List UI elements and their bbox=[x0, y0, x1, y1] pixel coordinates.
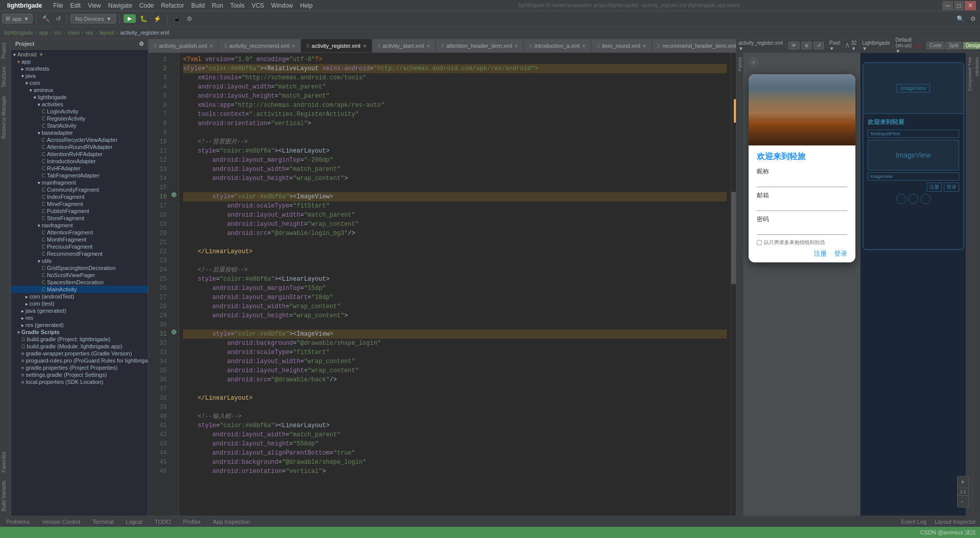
tree-app[interactable]: ▾ app bbox=[11, 58, 148, 65]
breadcrumb-lightbrigade[interactable]: lightbrigade bbox=[4, 29, 33, 36]
tab-introduction[interactable]: X introduction_a.xml ✕ bbox=[524, 39, 591, 52]
tab-attention[interactable]: X attention_header_item.xml ✕ bbox=[436, 39, 524, 52]
bottom-layout-inspector[interactable]: Layout Inspector bbox=[935, 519, 976, 525]
breadcrumb-app[interactable]: app bbox=[39, 29, 48, 36]
debug-btn[interactable]: 🐛 bbox=[138, 14, 150, 23]
breadcrumb-main[interactable]: main bbox=[68, 29, 80, 36]
tree-java[interactable]: ▾ java bbox=[11, 72, 148, 79]
preview-cursor-btn[interactable]: ⊕ bbox=[801, 42, 812, 49]
project-selector[interactable]: ⊞ app ▼ bbox=[2, 14, 33, 23]
tree-login-activity[interactable]: C LoginActivity bbox=[11, 108, 148, 115]
tree-community[interactable]: C CommunityFragment bbox=[11, 186, 148, 193]
menu-tools[interactable]: Tools bbox=[227, 1, 248, 10]
close-tab-recommend[interactable]: ✕ bbox=[291, 43, 295, 49]
maximize-btn[interactable]: □ bbox=[954, 1, 964, 10]
code-content[interactable]: <?xml version="1.0" encoding="utf-8"?>st… bbox=[179, 53, 731, 516]
phone-nickname-input[interactable] bbox=[757, 177, 847, 187]
tree-utils[interactable]: ▾ utils bbox=[11, 257, 148, 264]
tree-gradle-properties[interactable]: ≡ gradle.properties (Project Properties) bbox=[11, 364, 148, 371]
tree-index[interactable]: C IndexFragment bbox=[11, 193, 148, 200]
tree-res[interactable]: ▸ res bbox=[11, 314, 148, 321]
phone-password-input[interactable] bbox=[757, 225, 847, 235]
resource-manager-tab[interactable]: Resource Manager bbox=[0, 92, 11, 143]
tree-java-generated[interactable]: ▸ java (generated) bbox=[11, 307, 148, 314]
bottom-logcat[interactable]: Logcat bbox=[124, 519, 144, 525]
menu-help[interactable]: Help bbox=[297, 1, 316, 10]
avd-btn[interactable]: 📱 bbox=[171, 14, 183, 23]
tree-publish[interactable]: C PublishFragment bbox=[11, 207, 148, 215]
sdk-btn[interactable]: ⚙ bbox=[185, 14, 194, 23]
breadcrumb-file[interactable]: activity_register.xml bbox=[120, 29, 169, 36]
component-tree-label[interactable]: Component Tree bbox=[966, 53, 973, 95]
preview-refresh-btn[interactable]: ↺ bbox=[814, 42, 824, 49]
tree-tab-fragment-adapter[interactable]: C TabFragmentAdapter bbox=[11, 172, 148, 179]
tree-build-gradle-project[interactable]: G build.gradle (Project: lightbrigade) bbox=[11, 336, 148, 343]
tree-register-activity[interactable]: C RegisterActivity bbox=[11, 115, 148, 122]
tree-store[interactable]: C StoreFragment bbox=[11, 215, 148, 222]
tree-precious-fragment[interactable]: C PreciousFragment bbox=[11, 243, 148, 250]
menu-window[interactable]: Window bbox=[268, 1, 296, 10]
tree-noscroll[interactable]: C NoScrollViewPager bbox=[11, 272, 148, 279]
bottom-version-control[interactable]: Version Control bbox=[40, 519, 82, 525]
error-icon[interactable]: ⚠ bbox=[916, 43, 920, 48]
tree-com[interactable]: ▾ com bbox=[11, 79, 148, 86]
preview-eye-btn[interactable]: 👁 bbox=[788, 42, 799, 49]
tree-com-test[interactable]: ▸ com (test) bbox=[11, 300, 148, 307]
run-btn[interactable]: ▶ bbox=[124, 14, 136, 23]
tree-grid-spacing[interactable]: C GridSpacingItemDecoration bbox=[11, 264, 148, 272]
phone-email-input[interactable] bbox=[757, 201, 847, 211]
tree-gradle-wrapper[interactable]: ≡ gradle-wrapper.properties (Gradle Vers… bbox=[11, 350, 148, 357]
tab-register[interactable]: X activity_register.xml ✕ bbox=[301, 39, 372, 52]
build-btn[interactable]: 🔨 bbox=[40, 14, 52, 23]
close-tab-intro[interactable]: ✕ bbox=[582, 43, 586, 49]
tab-recommend-header[interactable]: X recommend_header_item.xml ✕ bbox=[652, 39, 736, 52]
tree-across-adapter[interactable]: C AcrossRecyclerViewAdapter bbox=[11, 136, 148, 143]
breadcrumb-layout[interactable]: layout bbox=[99, 29, 114, 36]
tree-android[interactable]: ▾ Android ▼ bbox=[11, 51, 148, 58]
tree-baseadapter[interactable]: ▾ baseadapter bbox=[11, 129, 148, 136]
settings-btn[interactable]: ⚙ bbox=[968, 14, 978, 23]
close-btn[interactable]: ✕ bbox=[965, 1, 976, 10]
bottom-problems[interactable]: Problems bbox=[4, 519, 32, 525]
menu-run[interactable]: Run bbox=[209, 1, 226, 10]
phone-register-btn[interactable]: 注册 bbox=[814, 250, 827, 257]
checkbox-icon[interactable] bbox=[757, 240, 762, 245]
tree-spaces[interactable]: C SpacesItemDecoration bbox=[11, 279, 148, 286]
close-tab-start[interactable]: ✕ bbox=[426, 43, 430, 49]
minimize-btn[interactable]: ─ bbox=[942, 1, 953, 10]
menu-edit[interactable]: Edit bbox=[67, 1, 84, 10]
bottom-terminal[interactable]: Terminal bbox=[91, 519, 116, 525]
close-tab-register[interactable]: ✕ bbox=[363, 43, 367, 49]
tree-gradle-scripts[interactable]: ▾ Gradle Scripts bbox=[11, 328, 148, 336]
close-tab-attention[interactable]: ✕ bbox=[514, 43, 518, 49]
attributes-label[interactable]: Attributes bbox=[973, 53, 981, 80]
close-tab-item[interactable]: ✕ bbox=[642, 43, 646, 49]
tree-attention-round[interactable]: C AttentionRoundRVAdapter bbox=[11, 143, 148, 151]
project-panel-gear-icon[interactable]: ⚙ bbox=[139, 41, 144, 47]
bottom-todo[interactable]: TODO bbox=[153, 519, 173, 525]
phone-login-btn[interactable]: 登录 bbox=[834, 250, 847, 257]
tree-settings-gradle[interactable]: ≡ settings.gradle (Project Settings) bbox=[11, 371, 148, 378]
close-tab-publish[interactable]: ✕ bbox=[209, 43, 213, 49]
tree-build-gradle-module[interactable]: G build.gradle (Module: lightbrigade.app… bbox=[11, 343, 148, 350]
menu-view[interactable]: View bbox=[85, 1, 104, 10]
project-tab[interactable]: Project bbox=[0, 39, 11, 63]
menu-file[interactable]: File bbox=[50, 1, 66, 10]
bottom-app-inspection[interactable]: App Inspection bbox=[211, 519, 252, 525]
scrollbar-thumb[interactable] bbox=[731, 192, 736, 284]
tab-start[interactable]: X activity_start.xml ✕ bbox=[372, 39, 436, 52]
split-view-btn[interactable]: Split bbox=[945, 42, 961, 49]
tree-res-generated[interactable]: ▸ res (generated) bbox=[11, 321, 148, 328]
bottom-event-log[interactable]: Event Log bbox=[901, 519, 927, 525]
tab-item-round[interactable]: X item_round.xml ✕ bbox=[591, 39, 652, 52]
favorites-tab[interactable]: Favorites bbox=[0, 447, 11, 476]
tree-attention-fragment[interactable]: C AttentionFragment bbox=[11, 229, 148, 236]
palette-label[interactable]: Palette bbox=[736, 53, 744, 75]
build-variants-tab[interactable]: Build Variants bbox=[0, 476, 11, 516]
menu-refactor[interactable]: Refactor bbox=[158, 1, 187, 10]
design-view-btn[interactable]: Design bbox=[963, 42, 980, 49]
tree-month-fragment[interactable]: C MonthFragment bbox=[11, 236, 148, 243]
tab-recommend[interactable]: X activity_recommend.xml ✕ bbox=[219, 39, 301, 52]
menu-build[interactable]: Build bbox=[188, 1, 208, 10]
breadcrumb-src[interactable]: src bbox=[54, 29, 62, 36]
